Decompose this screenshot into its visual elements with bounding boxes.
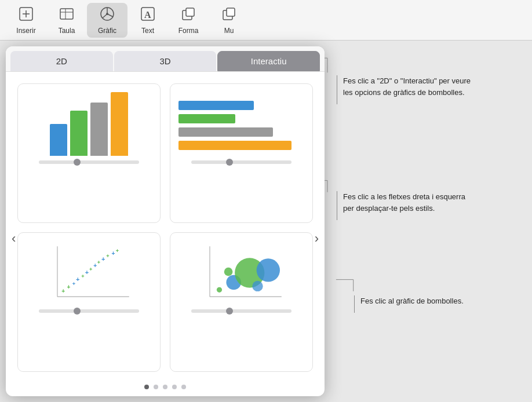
toolbar-item-mu[interactable]: Mu	[209, 3, 249, 38]
chart-slider-thumb-1	[74, 159, 81, 166]
annotation-area: Fes clic a "2D" o "Interactiu" per veure…	[325, 41, 532, 402]
svg-text:+: +	[72, 281, 75, 287]
toolbar: Inserir Taula Gràfic A	[0, 0, 532, 41]
toolbar-item-inserir[interactable]: Inserir	[6, 3, 46, 38]
svg-text:+: +	[111, 250, 115, 257]
chart-card-scatter[interactable]: + + + + + + + + + + + + +	[17, 232, 161, 372]
svg-text:+: +	[85, 269, 88, 276]
toolbar-label-grafic: Gràfic	[98, 27, 116, 35]
svg-point-7	[106, 13, 108, 15]
page-dot-5[interactable]	[181, 385, 186, 389]
grafic-icon	[99, 6, 115, 25]
toolbar-label-mu: Mu	[224, 27, 234, 35]
toolbar-item-forma[interactable]: Forma	[168, 3, 209, 38]
chart-slider-4[interactable]	[191, 309, 292, 313]
page-dot-3[interactable]	[163, 385, 167, 389]
tab-3d[interactable]: 3D	[114, 51, 217, 71]
mu-icon	[221, 6, 237, 25]
hbar-1	[178, 101, 254, 110]
svg-point-33	[224, 268, 232, 276]
chart-slider-2[interactable]	[191, 160, 292, 164]
bar-chart-vertical	[50, 92, 128, 156]
svg-text:+: +	[61, 288, 65, 294]
tab-interactiu[interactable]: Interactiu	[217, 51, 320, 71]
taula-icon	[59, 6, 75, 25]
page-dot-1[interactable]	[144, 385, 149, 389]
chart-slider-thumb-3	[74, 308, 81, 315]
svg-text:A: A	[144, 10, 151, 20]
bubble-svg	[195, 241, 288, 305]
svg-text:+: +	[76, 276, 79, 283]
svg-text:+: +	[115, 248, 118, 254]
chart-grid: + + + + + + + + + + + + +	[6, 72, 325, 378]
svg-rect-11	[186, 8, 194, 16]
text-icon: A	[140, 6, 156, 25]
hbar-chart	[178, 95, 304, 156]
svg-text:+: +	[101, 255, 105, 262]
bar-4	[111, 92, 128, 156]
chart-visual-bubble	[178, 241, 304, 305]
forma-icon	[180, 6, 196, 25]
svg-rect-13	[227, 8, 235, 16]
toolbar-label-forma: Forma	[178, 27, 199, 35]
scatter-svg: + + + + + + + + + + + + +	[43, 241, 136, 305]
svg-text:+: +	[67, 284, 70, 290]
inserir-icon	[18, 6, 34, 25]
annotation-bubble: Fes clic al gràfic de bombolles.	[354, 295, 464, 313]
svg-text:+: +	[106, 253, 109, 259]
svg-text:+: +	[93, 262, 97, 269]
chart-card-bar-vertical[interactable]	[17, 83, 161, 223]
tab-bar: 2D 3D Interactiu	[6, 46, 325, 72]
toolbar-label-inserir: Inserir	[16, 27, 35, 35]
annotation-tab-text: Fes clic a "2D" o "Interactiu" per veure…	[343, 75, 476, 98]
chart-picker-panel: 2D 3D Interactiu ‹	[6, 46, 325, 396]
svg-rect-3	[60, 9, 73, 19]
nav-arrow-right[interactable]: ›	[310, 226, 323, 251]
chart-visual-bar-vertical	[26, 92, 152, 156]
hbar-2	[178, 114, 235, 123]
chart-slider-thumb-2	[226, 159, 233, 166]
svg-point-31	[216, 287, 221, 293]
chart-slider-3[interactable]	[39, 309, 140, 313]
hbar-3	[178, 127, 273, 137]
tab-2d[interactable]: 2D	[10, 51, 113, 71]
bar-2	[70, 111, 88, 156]
toolbar-item-text[interactable]: A Text	[127, 3, 168, 38]
bar-3	[90, 103, 108, 156]
chart-slider-1[interactable]	[39, 160, 140, 164]
annotation-arrows-text: Fes clic a les fletxes dreta i esquerra …	[343, 191, 476, 214]
chart-visual-bar-horizontal	[178, 92, 304, 156]
toolbar-label-text: Text	[141, 27, 154, 35]
svg-point-36	[252, 281, 263, 291]
annotation-tab: Fes clic a "2D" o "Interactiu" per veure…	[336, 75, 476, 104]
page-dot-4[interactable]	[172, 385, 177, 389]
hbar-4	[178, 141, 291, 150]
annotation-bubble-text: Fes clic al gràfic de bombolles.	[360, 295, 464, 307]
svg-point-35	[256, 258, 279, 282]
chart-card-bubble[interactable]	[170, 232, 313, 372]
svg-text:+: +	[97, 260, 100, 265]
toolbar-label-taula: Taula	[59, 27, 75, 35]
page-dots	[6, 378, 325, 396]
main-area: 2D 3D Interactiu ‹	[0, 41, 532, 402]
chart-slider-thumb-4	[226, 308, 233, 315]
toolbar-item-grafic[interactable]: Gràfic	[87, 3, 127, 38]
svg-text:+: +	[81, 273, 84, 279]
chart-visual-scatter: + + + + + + + + + + + + +	[26, 241, 152, 305]
toolbar-item-taula[interactable]: Taula	[46, 3, 87, 38]
nav-arrow-left[interactable]: ‹	[7, 226, 20, 251]
bar-1	[50, 124, 67, 156]
chart-card-bar-horizontal[interactable]	[170, 83, 313, 223]
page-dot-2[interactable]	[154, 385, 158, 389]
annotation-arrows: Fes clic a les fletxes dreta i esquerra …	[336, 191, 476, 220]
svg-text:+: +	[89, 266, 92, 272]
